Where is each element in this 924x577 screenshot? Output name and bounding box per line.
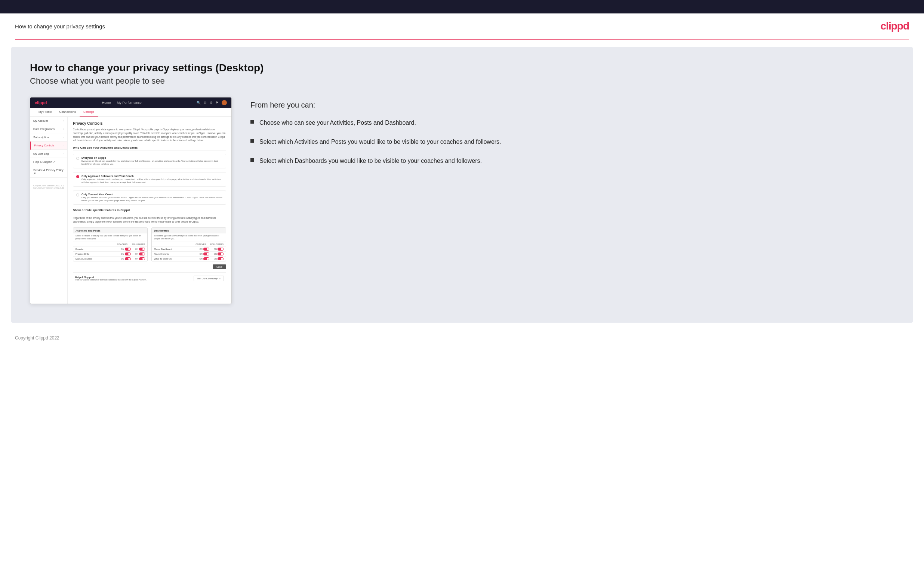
who-section-heading: Who Can See Your Activities and Dashboar… — [73, 146, 226, 151]
header-title: How to change your privacy settings — [15, 23, 105, 29]
bullet-text-3: Select which Dashboards you would like t… — [259, 156, 482, 165]
footer: Copyright Clippd 2022 — [0, 330, 924, 346]
rounds-coaches-toggle[interactable]: ON — [121, 248, 131, 251]
toggle-label-what-to-work: What To Work On — [154, 258, 200, 260]
radio-label-followers: Only Approved Followers and Your Coach — [81, 175, 223, 177]
bullet-text-2: Select which Activities and Posts you wo… — [259, 137, 501, 146]
help-title: Help & Support — [75, 276, 147, 279]
radio-label-coach: Only You and Your Coach — [81, 193, 223, 196]
help-desc: Visit our Clippd community to troublesho… — [75, 279, 147, 281]
flag-icon[interactable]: ⚑ — [216, 101, 219, 105]
rounds-followers-toggle[interactable]: ON — [135, 248, 145, 251]
bullet-item-1: Choose who can see your Activities, Post… — [250, 118, 894, 127]
sidebar-item-help[interactable]: Help & Support ↗ — [30, 158, 67, 166]
grid-icon[interactable]: ⊞ — [204, 101, 207, 105]
drills-coaches-toggle[interactable]: ON — [121, 253, 131, 255]
toggle-row-round-insights: Round Insights ON ON — [152, 251, 226, 256]
sub-nav: My Profile Connections Settings — [30, 108, 231, 117]
toggle-label-player-dash: Player Dashboard — [154, 248, 200, 250]
roundinsights-followers-toggle[interactable]: ON — [214, 253, 223, 255]
whattowork-coaches-toggle[interactable]: ON — [200, 257, 209, 260]
external-link-icon: ↗ — [219, 277, 221, 280]
bullet-item-3: Select which Dashboards you would like t… — [250, 156, 894, 165]
sidebar-item-privacy-controls[interactable]: Privacy Controls › — [30, 142, 67, 150]
drills-followers-switch[interactable] — [139, 253, 145, 255]
app-nav-performance[interactable]: My Performance — [117, 101, 142, 105]
activities-posts-desc: Select the types of activity that you'd … — [73, 234, 147, 242]
bullet-marker-3 — [250, 158, 254, 162]
toggle-label-drills: Practice Drills — [76, 253, 121, 255]
save-button[interactable]: Save — [213, 264, 226, 269]
search-icon[interactable]: 🔍 — [197, 101, 201, 105]
playerdash-coaches-switch[interactable] — [204, 248, 209, 251]
roundinsights-coaches-toggle[interactable]: ON — [200, 253, 209, 255]
bullet-text-1: Choose who can see your Activities, Post… — [259, 118, 416, 127]
roundinsights-coaches-switch[interactable] — [204, 253, 209, 255]
whattowork-followers-toggle[interactable]: ON — [214, 257, 223, 260]
logo: clippd — [880, 20, 909, 32]
tab-my-profile[interactable]: My Profile — [35, 108, 56, 116]
main-content: How to change your privacy settings (Des… — [11, 47, 913, 323]
tab-settings[interactable]: Settings — [80, 108, 98, 116]
sidebar-item-service-privacy[interactable]: Service & Privacy Policy ↗ — [30, 166, 67, 178]
toggle-row-player-dash: Player Dashboard ON ON — [152, 247, 226, 251]
sidebar-item-golf-bag[interactable]: My Golf Bag › — [30, 150, 67, 158]
radio-circle-everyone — [76, 157, 79, 160]
radio-followers[interactable]: Only Approved Followers and Your Coach O… — [73, 172, 226, 187]
content-layout: clippd Home My Performance 🔍 ⊞ ⚙ ⚑ My Pr… — [30, 97, 894, 304]
toggle-row-manual: Manual Activities ON ON — [73, 256, 147, 261]
chevron-icon: › — [63, 128, 64, 131]
sidebar-item-account[interactable]: My Account › — [30, 117, 67, 125]
app-panel: Privacy Controls Control how you and you… — [68, 117, 231, 304]
sidebar-item-data-integrations[interactable]: Data Integrations › — [30, 125, 67, 133]
activities-col-headers: COACHES FOLLOWERS — [73, 242, 147, 247]
radio-everyone[interactable]: Everyone on Clippd Everyone on Clippd ca… — [73, 154, 226, 168]
drills-coaches-switch[interactable] — [125, 253, 131, 255]
radio-coach-only[interactable]: Only You and Your Coach Only you and the… — [73, 190, 226, 205]
manual-coaches-switch[interactable] — [125, 257, 131, 260]
rounds-followers-switch[interactable] — [139, 248, 145, 251]
settings-icon[interactable]: ⚙ — [210, 101, 213, 105]
app-nav-icons: 🔍 ⊞ ⚙ ⚑ — [197, 100, 227, 105]
tab-connections[interactable]: Connections — [56, 108, 80, 116]
rounds-coaches-switch[interactable] — [125, 248, 131, 251]
sidebar-item-subscription[interactable]: Subscription › — [30, 133, 67, 142]
toggle-sections: Activities and Posts Select the types of… — [73, 227, 226, 261]
chevron-icon: › — [63, 144, 64, 147]
dashboards-col-headers: COACHES FOLLOWERS — [152, 242, 226, 247]
roundinsights-followers-switch[interactable] — [218, 253, 223, 255]
panel-title: Privacy Controls — [73, 121, 226, 126]
app-nav-links: Home My Performance — [102, 101, 142, 105]
visit-community-button[interactable]: Visit Our Community ↗ — [194, 276, 224, 281]
sidebar-version: Clippd Client Version: 2022.8.2SQL Serve… — [30, 182, 67, 192]
manual-followers-switch[interactable] — [139, 257, 145, 260]
save-row: Save — [73, 264, 226, 269]
playerdash-followers-switch[interactable] — [218, 248, 223, 251]
radio-desc-followers: Only approved followers and coaches you … — [81, 178, 223, 184]
radio-desc-coach: Only you and the coaches you connect wit… — [81, 196, 223, 202]
playerdash-followers-toggle[interactable]: ON — [214, 248, 223, 251]
bullet-marker-1 — [250, 120, 254, 124]
dashboards-desc: Select the types of activity that you'd … — [152, 234, 226, 242]
bullets-section: From here you can: Choose who can see yo… — [250, 97, 894, 176]
header-divider — [15, 39, 909, 40]
bullet-item-2: Select which Activities and Posts you wo… — [250, 137, 894, 146]
toggle-label-round-insights: Round Insights — [154, 253, 200, 255]
top-bar — [0, 0, 924, 13]
radio-circle-coach — [76, 193, 79, 197]
whattowork-followers-switch[interactable] — [218, 257, 223, 260]
chevron-icon: › — [63, 152, 64, 155]
playerdash-coaches-toggle[interactable]: ON — [200, 248, 209, 251]
app-nav-home[interactable]: Home — [102, 101, 111, 105]
chevron-icon: › — [63, 119, 64, 122]
avatar[interactable] — [222, 100, 227, 105]
whattowork-coaches-switch[interactable] — [204, 257, 209, 260]
manual-coaches-toggle[interactable]: ON — [121, 257, 131, 260]
dashboards-title: Dashboards — [152, 228, 226, 234]
toggle-row-drills: Practice Drills ON ON — [73, 251, 147, 256]
radio-circle-followers — [76, 175, 79, 178]
dashboards-section: Dashboards Select the types of activity … — [151, 227, 226, 261]
drills-followers-toggle[interactable]: ON — [135, 253, 145, 255]
manual-followers-toggle[interactable]: ON — [135, 257, 145, 260]
bullet-marker-2 — [250, 139, 254, 143]
